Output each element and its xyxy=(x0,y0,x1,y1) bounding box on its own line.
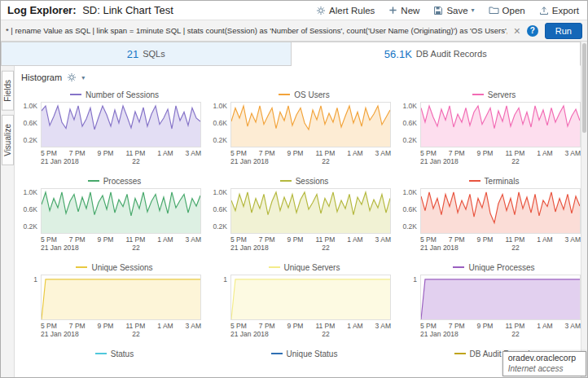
chart-plot[interactable] xyxy=(41,102,201,147)
chart-body: 1.0K0.6K0.2K xyxy=(20,188,209,234)
side-tab-visualize[interactable]: Visualize xyxy=(2,115,14,165)
x-date-row: 21 Jan 201822 xyxy=(420,157,581,165)
x-tick-label: 7 PM xyxy=(69,149,86,157)
chart-plot[interactable] xyxy=(420,188,581,234)
x-tick-label: 9 PM xyxy=(98,235,114,244)
chart-title: Unique Status xyxy=(287,349,338,358)
x-tick-label: 5 PM xyxy=(420,149,437,157)
caret-down-icon: ▾ xyxy=(472,7,475,14)
x-tick-label: 9 PM xyxy=(287,149,304,157)
x-tick-row: 5 PM7 PM9 PM11 PM1 AM3 AM xyxy=(420,235,581,244)
chart-unique-processes: Unique Processes15 PM7 PM9 PM11 PM1 AM3 … xyxy=(399,262,587,338)
y-tick-label: 1.0K xyxy=(24,188,38,196)
x-date-mid: 22 xyxy=(322,157,329,165)
export-button[interactable]: Export xyxy=(539,6,579,15)
x-tick-label: 1 AM xyxy=(537,322,552,330)
query-bar: * | rename Value as SQL | link span = 1m… xyxy=(1,20,587,42)
x-date-start: 21 Jan 2018 xyxy=(41,157,79,165)
tab-label: DB Audit Records xyxy=(416,49,487,59)
x-tick-label: 1 AM xyxy=(157,322,173,330)
x-tick-label: 7 PM xyxy=(259,149,275,157)
x-date-mid: 22 xyxy=(322,244,329,252)
y-tick-label: 0.2K xyxy=(24,222,38,231)
legend-marker xyxy=(472,94,484,95)
chart-plot[interactable] xyxy=(230,188,391,234)
chart-body: 1 xyxy=(399,275,587,320)
chart-plot[interactable] xyxy=(420,102,581,147)
chart-plot[interactable] xyxy=(41,188,201,234)
x-tick-label: 11 PM xyxy=(125,322,145,330)
chart-number-of-sessions: Number of Sessions1.0K0.6K0.2K5 PM7 PM9 … xyxy=(20,89,209,165)
chart-title: Status xyxy=(111,349,134,358)
x-date-mid: 22 xyxy=(132,244,139,252)
x-tick-label: 11 PM xyxy=(505,322,524,330)
chart-title: Number of Sessions xyxy=(86,90,159,99)
x-tick-label: 3 AM xyxy=(565,235,581,244)
chart-title: Unique Sessions xyxy=(91,263,152,272)
vertical-scrollbar[interactable] xyxy=(581,42,587,377)
open-button[interactable]: Open xyxy=(489,6,525,15)
x-tick-row: 5 PM7 PM9 PM11 PM1 AM3 AM xyxy=(230,149,391,157)
chart-title: Processes xyxy=(103,177,142,186)
x-tick-label: 3 AM xyxy=(186,235,201,244)
chart-title: OS Users xyxy=(294,90,329,99)
chart-plot[interactable] xyxy=(41,275,201,320)
result-tabs: 21SQLs56.1KDB Audit Records xyxy=(1,42,581,66)
y-axis: 1.0K0.6K0.2K xyxy=(399,188,420,234)
x-date-mid: 22 xyxy=(511,157,519,165)
query-input[interactable]: * | rename Value as SQL | link span = 1m… xyxy=(6,26,507,35)
side-tab-fields[interactable]: Fields xyxy=(2,71,14,111)
chart-status: Status xyxy=(20,348,209,361)
x-date-start: 21 Jan 2018 xyxy=(41,330,79,338)
side-tab-strip: FieldsVisualize xyxy=(1,66,15,377)
x-axis: 5 PM7 PM9 PM11 PM1 AM3 AM21 Jan 201822 xyxy=(41,149,201,165)
new-button[interactable]: New xyxy=(388,6,419,15)
alert-rules-button[interactable]: Alert Rules xyxy=(316,6,375,15)
clear-query-icon[interactable]: × xyxy=(514,25,520,37)
histogram-grid: Number of Sessions1.0K0.6K0.2K5 PM7 PM9 … xyxy=(20,89,587,361)
x-date-start: 21 Jan 2018 xyxy=(230,244,269,252)
x-axis: 5 PM7 PM9 PM11 PM1 AM3 AM21 Jan 201822 xyxy=(420,235,581,252)
y-tick-label: 0.6K xyxy=(403,205,418,213)
histogram-dropdown-icon[interactable]: ▾ xyxy=(81,74,85,81)
x-date-row: 21 Jan 201822 xyxy=(420,244,581,252)
histogram-settings-icon[interactable] xyxy=(67,73,77,82)
run-button[interactable]: Run xyxy=(545,23,582,39)
chart-legend: Status xyxy=(20,348,209,359)
chart-body: 1.0K0.6K0.2K xyxy=(20,102,209,147)
histogram-toolbar: Histogram ▾ xyxy=(21,73,587,82)
open-label: Open xyxy=(502,6,525,15)
x-tick-label: 5 PM xyxy=(230,149,247,157)
x-date-mid: 22 xyxy=(132,330,139,338)
chart-plot[interactable] xyxy=(420,275,581,320)
save-icon xyxy=(433,6,443,15)
status-popup-zone: Internet access xyxy=(508,364,576,375)
tab-sqls[interactable]: 21SQLs xyxy=(1,42,292,66)
x-tick-row: 5 PM7 PM9 PM11 PM1 AM3 AM xyxy=(41,149,201,157)
save-button[interactable]: Save▾ xyxy=(433,6,474,15)
x-tick-label: 1 AM xyxy=(537,149,552,157)
y-tick-label: 1 xyxy=(413,275,417,284)
x-tick-label: 9 PM xyxy=(477,149,494,157)
gear-icon xyxy=(316,6,326,15)
x-tick-label: 1 AM xyxy=(537,235,552,244)
scrollbar-thumb[interactable] xyxy=(582,43,586,133)
x-tick-label: 1 AM xyxy=(157,235,173,244)
x-tick-label: 1 AM xyxy=(347,149,362,157)
x-tick-label: 7 PM xyxy=(69,235,86,244)
x-tick-label: 5 PM xyxy=(41,322,57,330)
header-actions: Alert RulesNewSave▾OpenExport xyxy=(316,6,579,15)
legend-marker xyxy=(454,353,466,354)
chart-plot[interactable] xyxy=(230,102,391,147)
chart-title: Terminals xyxy=(485,177,520,186)
x-tick-label: 7 PM xyxy=(449,322,465,330)
chart-legend: Unique Processes xyxy=(399,262,587,273)
y-tick-label: 1.0K xyxy=(403,188,418,196)
chart-body: 1 xyxy=(209,275,399,320)
chart-plot[interactable] xyxy=(230,275,391,320)
x-tick-label: 7 PM xyxy=(259,322,275,330)
help-icon[interactable]: ? xyxy=(527,25,538,37)
tab-db-audit-records[interactable]: 56.1KDB Audit Records xyxy=(292,42,581,66)
y-tick-label: 1.0K xyxy=(403,102,418,110)
tab-label: SQLs xyxy=(143,49,165,59)
